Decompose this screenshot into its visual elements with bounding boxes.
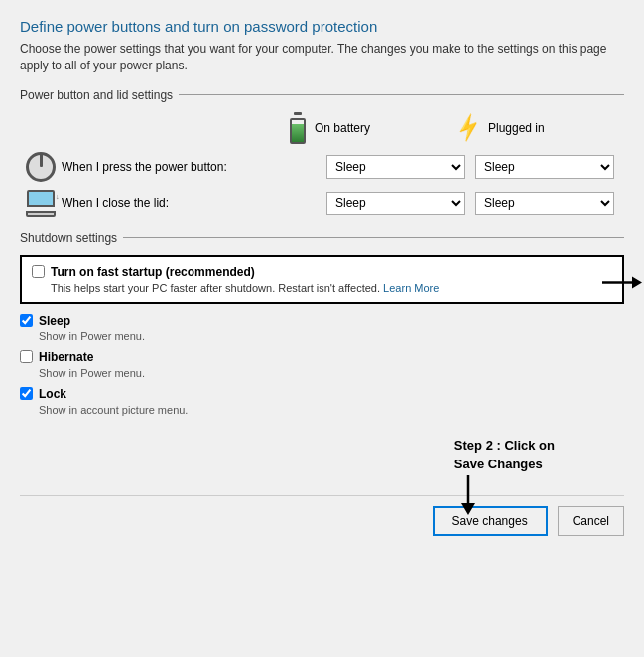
step2-arrow bbox=[453, 475, 483, 518]
power-button-label: When I press the power button: bbox=[62, 160, 235, 174]
plug-icon: ⚡ bbox=[451, 111, 485, 145]
section-power-lid: Power button and lid settings bbox=[20, 88, 624, 102]
cancel-button[interactable]: Cancel bbox=[558, 506, 624, 536]
bottom-area: Step 2 : Click on Save Changes Save chan… bbox=[20, 495, 624, 536]
lid-icon-area: ↓ bbox=[20, 190, 62, 217]
hibernate-row: Hibernate bbox=[20, 350, 624, 364]
lid-label: When I close the lid: bbox=[62, 197, 235, 210]
step2-line1: Step 2 : Click on bbox=[454, 436, 555, 456]
column-headers: On battery ⚡ Plugged in bbox=[20, 112, 624, 144]
lid-dropdowns: Sleep Do nothing Hibernate Shut down Sle… bbox=[235, 192, 624, 215]
hibernate-option: Hibernate Show in Power menu. bbox=[20, 350, 624, 379]
fast-startup-box: Turn on fast startup (recommended) This … bbox=[20, 255, 624, 304]
power-button-row: When I press the power button: Sleep Do … bbox=[20, 152, 624, 182]
hibernate-sub: Show in Power menu. bbox=[20, 367, 624, 379]
power-icon bbox=[26, 152, 56, 182]
power-battery-select[interactable]: Sleep Do nothing Hibernate Shut down bbox=[326, 155, 465, 179]
power-plugged-select[interactable]: Sleep Do nothing Hibernate Shut down bbox=[475, 155, 614, 179]
power-button-icon-area bbox=[20, 152, 62, 182]
lock-row: Lock bbox=[20, 387, 624, 401]
step2-line2: Save Changes bbox=[454, 455, 555, 474]
lock-sub: Show in account picture menu. bbox=[20, 404, 624, 416]
lock-label[interactable]: Lock bbox=[39, 387, 66, 401]
footer-buttons: Save changes Cancel bbox=[20, 495, 624, 536]
page-title: Define power buttons and turn on passwor… bbox=[20, 18, 624, 35]
step1-arrow bbox=[602, 268, 642, 301]
lid-row: ↓ When I close the lid: Sleep Do nothing… bbox=[20, 190, 624, 217]
fast-startup-label[interactable]: Turn on fast startup (recommended) bbox=[51, 265, 255, 279]
fast-startup-desc: This helps start your PC faster after sh… bbox=[32, 282, 612, 294]
fast-startup-checkbox[interactable] bbox=[32, 265, 45, 278]
sleep-row: Sleep bbox=[20, 314, 624, 328]
lid-battery-select[interactable]: Sleep Do nothing Hibernate Shut down bbox=[326, 192, 465, 215]
lock-option: Lock Show in account picture menu. bbox=[20, 387, 624, 416]
shutdown-header: Shutdown settings bbox=[20, 231, 624, 245]
hibernate-label[interactable]: Hibernate bbox=[39, 350, 93, 364]
step2-annotation: Step 2 : Click on Save Changes bbox=[454, 436, 555, 474]
sleep-sub: Show in Power menu. bbox=[20, 330, 624, 342]
battery-icon bbox=[287, 112, 309, 144]
main-layout: Define power buttons and turn on passwor… bbox=[20, 18, 624, 536]
svg-marker-1 bbox=[632, 277, 642, 289]
sleep-label[interactable]: Sleep bbox=[39, 314, 70, 328]
sleep-checkbox[interactable] bbox=[20, 314, 33, 327]
lid-plugged-select[interactable]: Sleep Do nothing Hibernate Shut down bbox=[475, 192, 614, 215]
hibernate-checkbox[interactable] bbox=[20, 350, 33, 363]
save-button[interactable]: Save changes bbox=[433, 506, 548, 536]
learn-more-link[interactable]: Learn More bbox=[383, 282, 439, 294]
sleep-option: Sleep Show in Power menu. bbox=[20, 314, 624, 342]
fast-startup-row: Turn on fast startup (recommended) bbox=[32, 265, 612, 279]
power-button-dropdowns: Sleep Do nothing Hibernate Shut down Sle… bbox=[235, 155, 624, 179]
fast-startup-area: Turn on fast startup (recommended) This … bbox=[20, 255, 624, 314]
shutdown-section: Shutdown settings Turn on fast startup (… bbox=[20, 231, 624, 416]
plugged-column-header: ⚡ Plugged in bbox=[455, 112, 614, 144]
svg-marker-3 bbox=[461, 503, 475, 515]
battery-column-header: On battery bbox=[287, 112, 446, 144]
page-description: Choose the power settings that you want … bbox=[20, 41, 624, 74]
lock-checkbox[interactable] bbox=[20, 387, 33, 400]
lid-icon: ↓ bbox=[24, 190, 58, 217]
